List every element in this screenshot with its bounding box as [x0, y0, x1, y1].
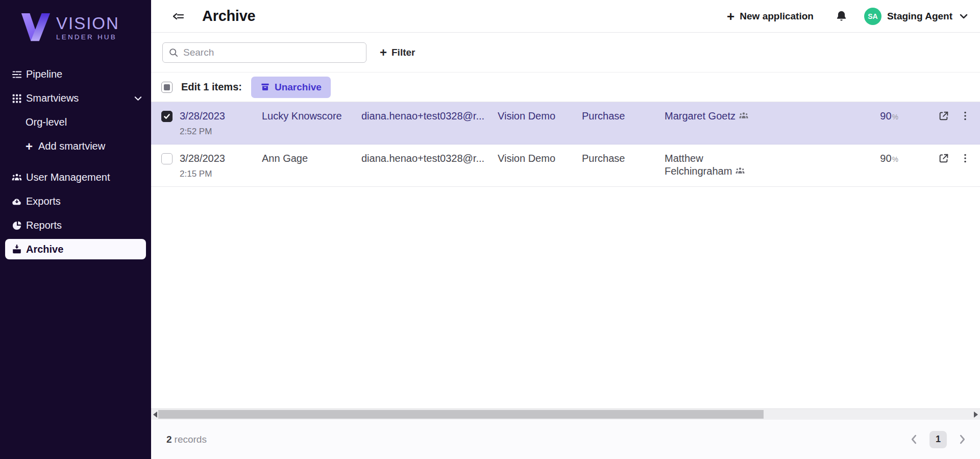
sidebar-item-exports[interactable]: Exports: [0, 189, 151, 213]
search-icon: [168, 47, 179, 58]
brand-name: VISION: [56, 15, 119, 32]
email-cell: diana.henao+test0328@r...: [361, 152, 498, 165]
plus-icon: +: [727, 10, 734, 23]
avatar: SA: [864, 8, 881, 25]
row-date: 3/28/2023: [180, 110, 262, 123]
agent-name: Margaret Goetz: [665, 110, 736, 122]
users-icon: [739, 111, 749, 121]
sidebar: VISION LENDER HUB Pipeline Smartvi: [0, 0, 151, 459]
open-in-new-icon[interactable]: [938, 110, 949, 122]
scroll-right-arrow-icon[interactable]: [974, 412, 978, 418]
sidebar-item-pipeline[interactable]: Pipeline: [0, 62, 151, 86]
sidebar-item-org-level[interactable]: Org-level: [0, 110, 151, 134]
scrollbar-thumb[interactable]: [158, 410, 764, 419]
sidebar-nav: Pipeline Smartviews Org-level + Add smar…: [0, 52, 151, 261]
filter-label: Filter: [391, 47, 415, 58]
plus-icon: +: [380, 46, 387, 59]
records-count-label: records: [175, 434, 207, 445]
table-row[interactable]: 3/28/2023 2:15 PM Ann Gage diana.henao+t…: [151, 144, 980, 187]
filter-button[interactable]: + Filter: [380, 46, 415, 59]
date-cell: 3/28/2023 2:52 PM: [180, 110, 262, 138]
footer-bar: 2records 1: [151, 420, 980, 459]
new-application-label: New application: [740, 11, 814, 22]
row-date: 3/28/2023: [180, 152, 262, 165]
unarchive-icon: [260, 82, 270, 92]
sidebar-item-add-smartview[interactable]: + Add smartview: [0, 134, 151, 158]
sidebar-item-label: Org-level: [26, 116, 67, 128]
row-actions: [898, 110, 980, 122]
records-count: 2records: [166, 434, 207, 445]
search-input[interactable]: [162, 42, 366, 63]
score-value: 90: [880, 153, 891, 164]
records-count-value: 2: [166, 434, 172, 445]
select-all-checkbox[interactable]: [161, 82, 173, 93]
collapse-sidebar-icon[interactable]: [172, 10, 185, 23]
sidebar-item-label: Pipeline: [26, 68, 62, 80]
sidebar-item-user-management[interactable]: User Management: [0, 165, 151, 189]
agent-cell: Margaret Goetz: [665, 110, 792, 123]
unarchive-button[interactable]: Unarchive: [251, 77, 331, 98]
search-toolbar: + Filter: [151, 33, 980, 73]
bulk-edit-label: Edit 1 items:: [181, 81, 242, 93]
sidebar-item-archive[interactable]: Archive: [5, 239, 146, 259]
app-root: VISION LENDER HUB Pipeline Smartvi: [0, 0, 980, 459]
content-area: + Filter Edit 1 items: Unarchive: [151, 33, 980, 408]
open-in-new-icon[interactable]: [938, 153, 949, 164]
sidebar-item-label: Reports: [26, 220, 62, 231]
date-cell: 3/28/2023 2:15 PM: [180, 152, 262, 180]
agent-cell: Matthew Felchingraham: [665, 152, 792, 178]
current-page-button[interactable]: 1: [929, 431, 947, 448]
score-unit: %: [892, 113, 898, 121]
score-cell: 90%: [792, 152, 898, 166]
brand-logo: VISION LENDER HUB: [0, 0, 151, 52]
sidebar-item-smartviews[interactable]: Smartviews: [0, 86, 151, 110]
page-prev-icon[interactable]: [911, 434, 917, 444]
users-icon: [11, 172, 22, 183]
user-name: Staging Agent: [887, 11, 952, 22]
pipeline-icon: [11, 69, 22, 80]
sidebar-item-label: Add smartview: [38, 140, 105, 152]
row-time: 2:15 PM: [180, 167, 262, 180]
applicant-name-cell: Ann Gage: [262, 152, 361, 165]
kebab-menu-icon[interactable]: [960, 153, 971, 164]
chevron-down-icon: [960, 14, 968, 19]
plus-icon: +: [26, 140, 33, 153]
horizontal-scrollbar[interactable]: [151, 408, 980, 420]
kebab-menu-icon[interactable]: [960, 110, 971, 122]
pagination: 1: [911, 431, 966, 448]
applicant-name-cell: Lucky Knowscore: [262, 110, 361, 123]
page-title: Archive: [202, 8, 255, 25]
sidebar-item-label: Exports: [26, 196, 61, 207]
vision-logo-icon: [19, 13, 51, 42]
top-bar: Archive + New application SA Staging Age…: [151, 0, 980, 33]
scroll-left-arrow-icon[interactable]: [153, 412, 157, 418]
users-icon: [735, 166, 745, 176]
check-icon: [163, 113, 170, 120]
sidebar-item-reports[interactable]: Reports: [0, 213, 151, 237]
email-cell: diana.henao+test0328@r...: [361, 110, 498, 123]
user-menu[interactable]: SA Staging Agent: [864, 8, 968, 25]
pie-chart-icon: [11, 220, 22, 231]
notifications-bell-icon[interactable]: [835, 10, 848, 22]
row-time: 2:52 PM: [180, 125, 262, 138]
brand-tagline: LENDER HUB: [56, 34, 119, 41]
main-area: Archive + New application SA Staging Age…: [151, 0, 980, 459]
grid-icon: [11, 93, 22, 104]
archive-icon: [11, 244, 22, 255]
table-row[interactable]: 3/28/2023 2:52 PM Lucky Knowscore diana.…: [151, 102, 980, 144]
bulk-edit-bar: Edit 1 items: Unarchive: [151, 73, 980, 102]
agent-name: Matthew Felchingraham: [665, 153, 732, 177]
sidebar-item-label: Archive: [26, 244, 63, 255]
chevron-down-icon: [134, 96, 142, 101]
new-application-button[interactable]: + New application: [727, 10, 814, 23]
cloud-download-icon: [11, 196, 22, 207]
row-checkbox[interactable]: [161, 111, 173, 122]
unarchive-label: Unarchive: [275, 82, 322, 93]
score-cell: 90%: [792, 110, 898, 124]
row-checkbox[interactable]: [161, 153, 173, 164]
loan-type-cell: Purchase: [582, 152, 665, 165]
sidebar-item-label: Smartviews: [26, 92, 79, 104]
score-unit: %: [892, 155, 898, 163]
page-next-icon[interactable]: [959, 434, 966, 444]
row-actions: [898, 152, 980, 164]
